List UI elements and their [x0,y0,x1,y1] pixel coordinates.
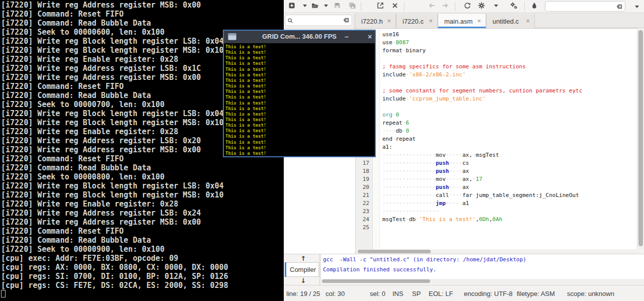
minimize-button[interactable]: – [343,33,351,41]
symbols-filter-field[interactable] [285,15,352,26]
line-number: 25 [363,224,369,232]
code-token: 0Dh [479,216,489,223]
terminal-line: [i7220] Command: Read Bubble Data [1,163,151,172]
code-token: · [406,95,409,102]
grid-output-line: This is a test! [225,128,266,134]
code-token: push [436,168,449,174]
toolbar-button-color-chooser[interactable] [529,2,539,12]
code-token: · [392,39,396,46]
grid-output-line: This is a test! [225,134,266,139]
toolbar-button-nav-back [427,2,437,12]
toolbar-button-execute[interactable] [509,2,519,12]
revert-icon [376,2,384,12]
terminal-line: [i7220] Write reg Address register LSB: … [1,209,201,218]
toolbar-button-new-document-menu[interactable] [300,2,310,12]
symbols-filter-input[interactable] [295,16,341,25]
terminal-line: [i7220] Command: Read Bubble Data [1,91,151,100]
code-token: ax [462,168,469,174]
message-panel: ↑ Compiler ↓ gcc -Wall -c "untitled.c" (… [284,254,644,285]
toolbar-button-open-file[interactable] [310,2,320,12]
grid-output-line: This is a test! [225,94,266,100]
tab-i7220.c[interactable]: i7220.c× [396,14,438,28]
toolbar-button-build[interactable] [476,2,487,12]
code-text-area[interactable]: use16use·8087format·binary; fasmg specif… [380,29,637,249]
tab-i7220.h[interactable]: i7220.h× [355,14,396,28]
tab-close-icon[interactable]: × [477,17,481,25]
toolbar-button-close-document[interactable] [390,2,400,12]
status-item: filetype: ASM [517,290,555,297]
code-token: org [382,112,392,118]
code-line: include·'ccprom_jump_table.inc' [382,95,486,103]
clear-icon[interactable] [616,3,623,10]
grid-window-titlebar[interactable]: GRID Com... 346.00 FPS – × [224,31,375,43]
code-token: ; some constants for segment numbers, cu… [382,87,582,94]
toolbar-search-input[interactable] [547,2,613,11]
tab-close-icon[interactable]: × [387,17,391,25]
tab-close-icon[interactable]: × [429,17,433,25]
grid-output-line: This is a test! [225,145,266,151]
code-token: · [406,71,409,78]
toolbar-button-compile[interactable] [462,2,472,12]
tab-close-icon[interactable]: × [526,17,530,25]
code-token: mov [436,176,446,182]
terminal-line: [i7220] Command: Reset FIFO [1,10,124,19]
toolbar-button-build-menu[interactable] [491,2,501,12]
code-editor[interactable]: 1234567891011121314151617181920212223242… [356,28,637,249]
code-token: ···· [449,160,462,166]
code-token: db [396,128,403,134]
code-line: ; some constants for segment numbers, cu… [382,87,582,95]
code-token: push [436,160,449,166]
tab-untitled.c[interactable]: untitled.c× [486,14,535,28]
code-line: ················call····far·jump_table_s… [382,191,579,199]
editor-horizontal-scrollbar[interactable] [356,249,637,254]
terminal-line: [i7220] Seek to 00000700, len: 0x100 [1,100,165,109]
toolbar-button-new-document[interactable] [287,2,297,12]
grid-output-line: This is a test! [225,61,266,66]
code-line: ················mov·····ax,·17 [382,175,482,183]
terminal-line: [i7220] Write reg Address register MSB: … [1,145,201,154]
code-line: ················push····ax [382,167,469,175]
grid-com-window[interactable]: GRID Com... 346.00 FPS – × This is a tes… [223,30,376,157]
status-item: SP [412,290,421,297]
scroll-up-arrow[interactable]: ↑ [299,255,308,262]
scroll-down-arrow[interactable]: ↓ [299,277,308,284]
save-icon [333,2,341,12]
code-token: db [409,216,416,223]
scrollbar-thumb[interactable] [638,30,643,246]
tab-main.asm[interactable]: main.asm× [438,14,486,28]
build-icon [477,2,486,12]
clear-icon[interactable] [343,17,350,24]
terminal-line: [i7220] Write reg Block length register … [1,109,224,118]
code-token: ax, [462,176,472,182]
scrollbar-thumb[interactable] [322,279,430,283]
editor-vertical-scrollbar[interactable] [637,29,644,249]
terminal-line: [i7220] Write reg Block length register … [1,37,224,46]
line-number: 24 [363,216,369,224]
code-token: ················ [382,200,436,207]
code-line: use16 [382,31,399,39]
close-button[interactable]: × [366,33,374,41]
dropdown-icon [322,2,330,12]
document-tabbar: i7220.h×i7220.c×main.asm×untitled.c× [353,13,644,28]
toolbar-button-open-file-menu[interactable] [321,2,331,12]
messages-horizontal-scrollbar[interactable] [320,279,644,284]
terminal-line: [i7220] Write reg Enable register: 0x28 [1,199,178,209]
toolbar-button-revert[interactable] [375,2,385,12]
scrollbar-thumb[interactable] [358,250,431,253]
line-number: 23 [363,208,369,216]
compiler-tab[interactable]: Compiler [285,262,319,277]
open-folder-icon [311,2,319,12]
toolbar-search-field[interactable] [545,1,625,12]
code-token: 0Ah [493,216,503,223]
terminal-line: [i7220] Seek to 00000800, len: 0x100 [1,172,165,181]
code-token: · [416,216,419,223]
toolbar-separator [404,2,405,11]
code-line: ················mov·····ax,·msgTest [382,151,499,159]
toolbar-button-save [332,2,342,12]
code-token: cs [462,160,469,166]
toolbar-overflow-dropdown[interactable] [633,3,641,11]
code-token: far [462,192,472,198]
panel-divider [319,254,320,285]
compiler-output[interactable]: gcc -Wall -c "untitled.c" (in directory:… [320,254,644,279]
statusbar: line: 19 / 25col: 30sel: 0INSSPEOL: LFen… [284,285,644,301]
